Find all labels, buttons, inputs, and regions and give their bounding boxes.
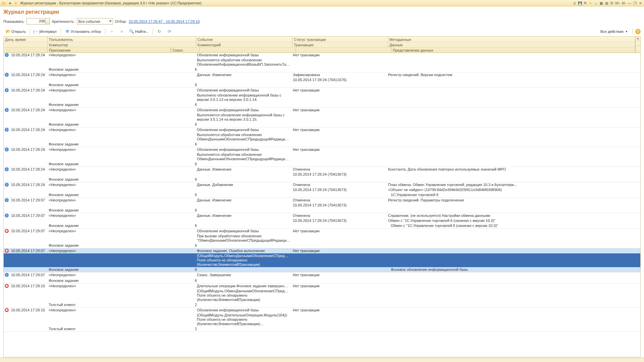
clear-filter-button[interactable]: ▿ (117, 28, 126, 35)
table-row[interactable]: i10.05.2014 17:28:24<Неопределен>Данные.… (4, 182, 640, 198)
table-row[interactable]: i10.05.2014 17:29:07<Неопределен>Сеанс. … (4, 273, 640, 284)
cell-date: 10.05.2014 17:29:07 (10, 248, 47, 253)
table-row[interactable]: i10.05.2014 17:28:24<Неопределен>Обновле… (4, 147, 640, 167)
header-application[interactable]: Приложение (48, 47, 171, 53)
favorite-icon[interactable]: ★ (13, 1, 18, 5)
save-icon[interactable]: 💾 (578, 1, 582, 5)
cell-empty (198, 278, 294, 283)
filter-current-button[interactable]: ▿ (107, 28, 116, 35)
cell-empty (198, 142, 294, 147)
header-computer[interactable]: Компьютер (48, 42, 196, 47)
calendar-icon[interactable]: ▤ (604, 1, 609, 5)
table-row[interactable]: i10.05.2014 17:28:24<Неопределен>Обновле… (4, 108, 640, 127)
refresh-button[interactable]: ⟳ (165, 28, 174, 35)
show-count-input[interactable]: 200 (26, 18, 50, 24)
cell-metadata (387, 88, 640, 93)
header-comment[interactable]: Комментарий (196, 42, 292, 47)
header-session[interactable]: Сеанс (171, 47, 200, 53)
cell-user: <Неопределен> (47, 127, 196, 132)
table-row[interactable]: i10.05.2014 17:28:24<Неопределен>Данные.… (4, 72, 640, 88)
table-row[interactable]: i10.05.2014 17:28:24<Неопределен>Данные.… (4, 167, 640, 182)
cell-user: <Неопределен> (47, 108, 196, 113)
header-user[interactable]: Пользователь (48, 37, 196, 42)
interval-button[interactable]: (↔)Интервал (32, 28, 59, 35)
table-row[interactable]: ✖10.05.2014 17:29:07<Неопределен>Фоновое… (4, 248, 640, 273)
nav-back-icon[interactable]: ◄ (7, 1, 12, 5)
row-spacer (4, 102, 10, 107)
cell-tx-status: Нет транзакции (291, 88, 387, 93)
cell-tx-status: Нет транзакции (291, 229, 387, 234)
cell-session: 6 (170, 223, 198, 228)
table-row[interactable]: i10.05.2014 17:29:07<Неопределен>Данные.… (4, 213, 640, 229)
cell-date: 10.05.2014 17:28:24 (10, 72, 47, 77)
cell-user: <Неопределен> (47, 248, 196, 253)
favorite-small-icon[interactable]: ★ (588, 1, 593, 5)
table-row[interactable]: ✖10.05.2014 17:29:10<Неопределен>Обновле… (4, 308, 640, 332)
copy-icon[interactable]: ⧉ (583, 1, 588, 5)
header-tx-status[interactable]: Статус транзакции (292, 37, 388, 42)
cell-empty (10, 192, 47, 197)
header-data-repr[interactable]: Представление данных (391, 47, 635, 53)
memory-mminus[interactable]: M- (621, 1, 627, 5)
cell-empty (294, 208, 389, 213)
cell-event: Данные. Изменение (196, 213, 291, 218)
cell-empty (10, 313, 47, 326)
cell-session: 6 (170, 267, 198, 272)
memory-m[interactable]: M (610, 1, 614, 5)
criticality-select[interactable]: Все события (77, 18, 113, 24)
cell-computer (47, 93, 196, 102)
window-toolbar-right: ⎙ 💾 ⧉ ★ ⌂ ▦ ▤ M M+ M- — ❐ ✕ (572, 1, 643, 5)
cell-transaction: 10.05.2014 17:28:24 (70413673) (291, 187, 387, 192)
filter-range-link[interactable]: 10.05.2014 17:26:47 - 10.05.2014 17:29:1… (129, 19, 200, 23)
print-icon[interactable]: ⎙ (572, 1, 577, 5)
table-body[interactable]: i10.05.2014 17:28:24<Неопределен>Обновле… (4, 53, 640, 357)
calc-icon[interactable]: ▦ (599, 1, 604, 5)
header-empty (296, 47, 391, 53)
cell-event: Обновление информационной базы (196, 127, 291, 132)
set-filter-button[interactable]: ⛃Установить отбор (63, 28, 103, 35)
cell-user: <Неопределен> (47, 182, 196, 187)
table-row[interactable]: i10.05.2014 17:28:24<Неопределен>Обновле… (4, 88, 640, 108)
cell-data (387, 93, 640, 102)
open-button[interactable]: 📂Открыть (3, 28, 28, 35)
scroll-top-button[interactable]: ▲ (635, 37, 640, 42)
header-transaction[interactable]: Транзакция (292, 42, 388, 47)
table-row[interactable]: i10.05.2014 17:29:07<Неопределен>Данные.… (4, 198, 640, 213)
table-row[interactable]: i10.05.2014 17:28:24<Неопределен>Обновле… (4, 127, 640, 147)
cell-empty (10, 172, 47, 177)
row-spacer (4, 267, 10, 272)
memory-mplus[interactable]: M+ (614, 1, 621, 5)
home-icon[interactable]: ⌂ (594, 1, 598, 5)
cell-empty (294, 192, 389, 197)
cell-metadata (387, 273, 640, 278)
refresh-list-button[interactable]: ↻ (155, 28, 164, 35)
cell-empty (10, 142, 47, 147)
help-button[interactable]: ? (635, 29, 641, 34)
minimize-icon[interactable]: — (627, 1, 632, 5)
header-metadata[interactable]: Метаданные (388, 37, 635, 42)
interval-label: Интервал (40, 29, 56, 34)
find-button[interactable]: 🔍Найти... (127, 28, 151, 35)
set-filter-label: Установить отбор (71, 29, 101, 34)
header-event[interactable]: Событие (196, 37, 292, 42)
find-icon: 🔍 (129, 29, 134, 34)
cell-data: <Объект не найден> (10799:8dd2e394b9d325… (387, 187, 640, 192)
cell-comment: Выполняется обработчик обновления ОбменД… (196, 152, 291, 162)
header-date[interactable]: Дата, время (4, 37, 48, 42)
cell-date: 10.05.2014 17:29:10 (10, 284, 47, 289)
cell-tx-status: Нет транзакции (291, 147, 387, 152)
row-spacer (4, 67, 10, 72)
cell-empty (10, 77, 47, 82)
toolbar-separator (633, 28, 633, 35)
all-actions-button[interactable]: Все действия▼ (598, 28, 630, 35)
header-data[interactable]: Данные (388, 42, 635, 47)
cell-empty (10, 132, 47, 142)
cell-event: Обновление информационной базы (196, 108, 291, 113)
table-row[interactable]: ✖10.05.2014 17:29:07<Неопределен>Обновле… (4, 229, 640, 248)
table-row[interactable]: ✖10.05.2014 17:29:10<Неопределен>Длитель… (4, 284, 640, 308)
cell-tx-status: Отменена (291, 198, 387, 203)
table-row[interactable]: i10.05.2014 17:28:24<Неопределен>Обновле… (4, 53, 640, 72)
close-icon[interactable]: ✕ (638, 1, 643, 5)
restore-icon[interactable]: ❐ (633, 1, 637, 5)
cell-empty (10, 278, 47, 283)
